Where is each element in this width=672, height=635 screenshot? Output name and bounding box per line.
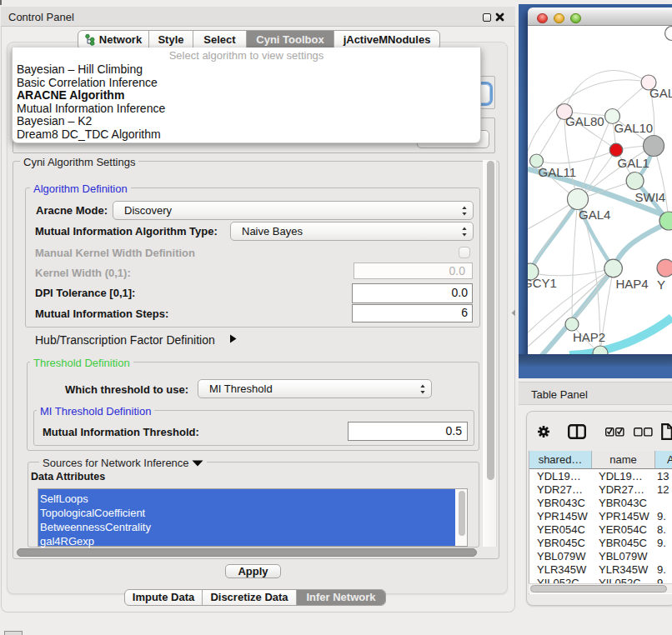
svg-text:GAL2: GAL2: [649, 86, 672, 100]
svg-text:GAL4: GAL4: [579, 208, 610, 222]
svg-text:HAP4: HAP4: [616, 277, 649, 291]
svg-text:GAL11: GAL11: [539, 165, 577, 179]
svg-text:Y: Y: [657, 278, 665, 292]
svg-text:GCY1: GCY1: [528, 276, 557, 290]
svg-text:HAP2: HAP2: [573, 330, 605, 344]
svg-text:GAL1: GAL1: [618, 156, 649, 170]
svg-text:GAL10: GAL10: [614, 121, 654, 135]
svg-text:GAL80: GAL80: [565, 114, 604, 128]
svg-text:SWI4: SWI4: [635, 190, 666, 204]
